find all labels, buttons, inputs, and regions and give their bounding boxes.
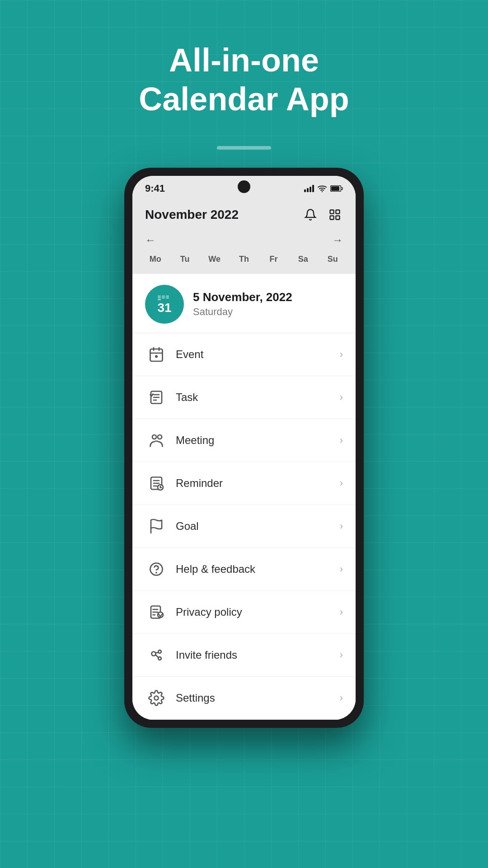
settings-label: Settings (176, 692, 340, 704)
menu-section: 31 5 November, 2022 Saturday (132, 274, 356, 720)
date-info: 5 November, 2022 Saturday (193, 290, 292, 318)
privacy-chevron: › (340, 606, 343, 618)
svg-rect-14 (158, 297, 161, 298)
reminder-label: Reminder (176, 477, 340, 490)
status-icons (304, 185, 343, 192)
menu-item-help[interactable]: Help & feedback › (132, 548, 356, 591)
svg-rect-8 (336, 210, 339, 213)
page-title-area: All-in-one Calendar App (0, 0, 488, 146)
day-we: We (201, 252, 228, 267)
svg-rect-15 (162, 297, 165, 298)
event-icon (145, 343, 168, 366)
status-time: 9:41 (145, 183, 165, 194)
meeting-label: Meeting (176, 434, 340, 447)
svg-rect-7 (330, 210, 334, 213)
task-icon (145, 386, 168, 409)
svg-rect-3 (312, 185, 314, 192)
svg-point-49 (155, 696, 159, 700)
svg-point-27 (152, 435, 156, 439)
day-th: Th (230, 252, 258, 267)
month-title: November 2022 (145, 208, 239, 222)
goal-label: Goal (176, 520, 340, 533)
svg-rect-6 (331, 186, 339, 191)
event-label: Event (176, 348, 340, 361)
help-icon (145, 558, 168, 580)
menu-item-goal[interactable]: Goal › (132, 505, 356, 548)
title-line1: All-in-one (0, 41, 488, 80)
date-day: Saturday (193, 306, 292, 318)
help-chevron: › (340, 563, 343, 575)
svg-point-44 (152, 651, 156, 656)
menu-item-privacy[interactable]: Privacy policy › (132, 591, 356, 634)
svg-rect-10 (336, 216, 339, 219)
battery-icon (330, 185, 343, 192)
svg-rect-0 (304, 189, 306, 192)
grid-button[interactable] (327, 207, 343, 223)
next-week-button[interactable]: → (332, 234, 343, 246)
title-line2: Calendar App (0, 80, 488, 118)
wifi-icon (318, 185, 327, 192)
prev-week-button[interactable]: ← (145, 234, 156, 246)
menu-item-invite[interactable]: Invite friends › (132, 634, 356, 677)
event-chevron: › (340, 349, 343, 360)
meeting-chevron: › (340, 434, 343, 446)
bell-button[interactable] (302, 207, 319, 223)
svg-rect-16 (166, 297, 169, 298)
goal-chevron: › (340, 520, 343, 532)
reminder-chevron: › (340, 477, 343, 489)
day-su: Su (319, 252, 347, 267)
day-sa: Sa (289, 252, 317, 267)
calendar-week: ← → Mo Tu We Th Fr Sa Su (132, 228, 356, 274)
task-label: Task (176, 391, 340, 404)
week-nav-row: ← → (141, 232, 347, 248)
header-actions (302, 207, 343, 223)
goal-icon (145, 515, 168, 538)
svg-rect-2 (310, 187, 311, 192)
help-label: Help & feedback (176, 563, 340, 576)
task-chevron: › (340, 392, 343, 403)
day-fr: Fr (260, 252, 287, 267)
menu-item-reminder[interactable]: Reminder › (132, 462, 356, 505)
svg-point-37 (150, 563, 163, 575)
svg-rect-12 (162, 296, 165, 297)
privacy-icon (145, 601, 168, 623)
svg-point-4 (322, 191, 323, 192)
phone-frame: 9:41 (124, 168, 364, 728)
svg-rect-1 (307, 188, 309, 192)
svg-rect-9 (330, 216, 334, 219)
day-mo: Mo (141, 252, 169, 267)
day-headers: Mo Tu We Th Fr Sa Su (141, 252, 347, 267)
date-badge: 31 (145, 285, 184, 324)
invite-label: Invite friends (176, 649, 340, 661)
svg-rect-13 (166, 296, 169, 297)
menu-item-meeting[interactable]: Meeting › (132, 419, 356, 462)
privacy-label: Privacy policy (176, 606, 340, 618)
day-tu: Tu (171, 252, 198, 267)
invite-icon (145, 644, 168, 666)
svg-rect-11 (158, 296, 161, 297)
date-badge-number: 31 (157, 301, 171, 315)
drag-handle (217, 146, 271, 150)
svg-rect-17 (158, 299, 161, 300)
settings-icon (145, 687, 168, 709)
camera-notch (238, 180, 250, 193)
invite-chevron: › (340, 649, 343, 661)
meeting-icon (145, 429, 168, 452)
settings-chevron: › (340, 692, 343, 704)
menu-item-task[interactable]: Task › (132, 376, 356, 419)
reminder-icon (145, 472, 168, 495)
svg-line-47 (155, 655, 158, 657)
calendar-header: November 2022 (132, 199, 356, 228)
signal-icon (304, 185, 314, 192)
menu-item-event[interactable]: Event › (132, 333, 356, 376)
date-header: 31 5 November, 2022 Saturday (132, 274, 356, 333)
svg-point-22 (155, 355, 158, 358)
menu-item-settings[interactable]: Settings › (132, 677, 356, 720)
date-full: 5 November, 2022 (193, 290, 292, 304)
svg-point-28 (158, 435, 162, 439)
